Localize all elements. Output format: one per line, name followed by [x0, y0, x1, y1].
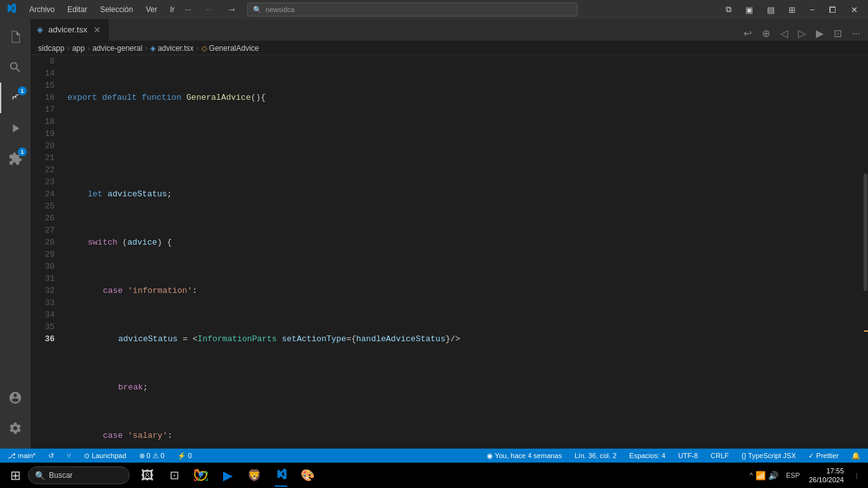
taskbar-chrome[interactable] — [188, 463, 214, 488]
lang-indicator[interactable]: ESP — [783, 471, 803, 479]
close-btn[interactable]: ✕ — [846, 4, 863, 16]
menu-ver[interactable]: Ver — [140, 4, 162, 15]
status-language[interactable]: {} TypeScript JSX — [739, 452, 798, 459]
status-sync[interactable]: ↺ — [46, 452, 57, 460]
clock-date: 26/10/2024 — [809, 475, 844, 484]
activity-source-control[interactable]: 1 — [0, 83, 31, 113]
status-errors[interactable]: ⊗ 0 ⚠ 0 — [137, 452, 167, 460]
status-branch[interactable]: ⎇ main* — [5, 452, 38, 460]
taskbar-vscode[interactable] — [268, 463, 294, 488]
menu-more[interactable]: ··· — [182, 4, 194, 15]
launchpad-label: Launchpad — [92, 452, 126, 459]
lang-text: ESP — [786, 471, 800, 479]
taskbar-wallpaper[interactable]: 🖼 — [135, 463, 160, 488]
status-eol[interactable]: CRLF — [708, 452, 731, 459]
menu-seleccion[interactable]: Selección — [95, 4, 138, 15]
minimize-btn[interactable]: − — [804, 4, 820, 16]
lightning-icon: ⚡ — [177, 452, 186, 460]
editor-more-btn[interactable]: ··· — [850, 27, 863, 41]
layout-split-btn[interactable]: ⧉ — [721, 3, 736, 16]
tab-close-btn[interactable]: ✕ — [92, 24, 102, 36]
vscode-logo — [5, 3, 17, 17]
taskbar-paint[interactable]: 🎨 — [295, 463, 320, 488]
command-palette[interactable]: 🔍 newsidca — [247, 3, 578, 17]
network-icon: 📶 — [756, 471, 766, 480]
status-git-blame[interactable]: ◉ You, hace 4 semanas — [484, 452, 564, 460]
activity-extensions[interactable]: 1 — [0, 144, 31, 174]
show-desktop-btn[interactable]: | — [850, 465, 863, 485]
editor-area: ◈ advicer.tsx ✕ ↩ ⊕ ◁ ▷ ▶ ⊡ ··· sidcapp … — [31, 19, 868, 449]
git-blame-text: You, hace 4 semanas — [495, 452, 562, 459]
prev-change-btn[interactable]: ◁ — [778, 26, 790, 41]
restore-btn[interactable]: ⧠ — [824, 4, 842, 16]
layout-panel-btn[interactable]: ▤ — [762, 4, 780, 16]
prettier-text: ✓ Prettier — [808, 452, 839, 460]
taskbar-brave[interactable]: 🦁 — [241, 463, 267, 488]
breadcrumb-sidcapp[interactable]: sidcapp — [38, 44, 64, 53]
tab-file-icon: ◈ — [37, 25, 43, 34]
line-numbers: 8 14 15 16 17 18 19 20 21 22 23 24 25 26… — [31, 55, 62, 449]
spaces-text: Espacios: 4 — [629, 452, 665, 459]
tab-advicer[interactable]: ◈ advicer.tsx ✕ — [31, 19, 109, 41]
breadcrumb-advice-general[interactable]: advice-general — [92, 44, 142, 53]
status-position[interactable]: Lín. 36, col. 2 — [572, 452, 619, 459]
layout-side-btn[interactable]: ▣ — [740, 4, 758, 16]
code-line-8: export default function GeneralAdvice(){ — [67, 92, 868, 104]
taskbar-taskview[interactable]: ⊡ — [161, 463, 187, 488]
nav-forward[interactable]: → — [224, 4, 240, 15]
nav-back[interactable]: ← — [201, 4, 217, 15]
clock-time: 17:55 — [809, 466, 844, 475]
status-lightning[interactable]: ⚡ 0 — [175, 452, 194, 460]
menu-editar[interactable]: Editar — [62, 4, 92, 15]
status-spaces[interactable]: Espacios: 4 — [627, 452, 668, 459]
code-editor[interactable]: 8 14 15 16 17 18 19 20 21 22 23 24 25 26… — [31, 55, 868, 449]
status-notifications[interactable]: 🔔 — [849, 452, 863, 460]
code-content-area[interactable]: 8 14 15 16 17 18 19 20 21 22 23 24 25 26… — [31, 55, 868, 449]
menu-ir[interactable]: Ir — [165, 4, 179, 15]
code-line-18: break; — [67, 381, 868, 393]
undo-btn[interactable]: ↩ — [741, 26, 754, 41]
activity-settings[interactable] — [0, 413, 31, 444]
fork-icon: ⑂ — [67, 452, 71, 459]
status-fork[interactable]: ⑂ — [64, 452, 74, 459]
activity-account[interactable] — [0, 383, 31, 413]
scrollbar-track[interactable] — [863, 55, 868, 449]
clock[interactable]: 17:55 26/10/2024 — [805, 466, 848, 485]
wallpaper-icon: 🖼 — [141, 468, 154, 483]
start-button[interactable]: ⊞ — [5, 465, 25, 485]
scrollbar-change-marker — [864, 330, 868, 332]
language-text: {} TypeScript JSX — [742, 452, 796, 459]
activity-bar: 1 1 — [0, 19, 31, 449]
redo-search-btn[interactable]: ⊕ — [759, 26, 773, 41]
source-code[interactable]: export default function GeneralAdvice(){… — [62, 55, 868, 449]
menu-archivo[interactable]: Archivo — [24, 4, 60, 15]
branch-name: main* — [18, 452, 36, 459]
breadcrumb-symbol[interactable]: ◇ GeneralAdvice — [201, 44, 259, 53]
extensions-badge: 1 — [18, 147, 27, 156]
split-editor-btn[interactable]: ⊡ — [831, 26, 844, 41]
activity-search[interactable] — [0, 52, 31, 83]
lightning-count: 0 — [188, 452, 192, 459]
status-right: ◉ You, hace 4 semanas Lín. 36, col. 2 Es… — [484, 452, 863, 460]
activity-bottom — [0, 383, 31, 449]
activity-explorer[interactable] — [0, 22, 31, 52]
code-line-14: let adviceStatus; — [67, 188, 868, 200]
warning-count: 0 — [161, 452, 165, 459]
code-line-16: case 'information': — [67, 285, 868, 297]
breadcrumb-app[interactable]: app — [72, 44, 85, 53]
eol-text: CRLF — [710, 452, 729, 459]
taskbar-search[interactable]: 🔍 Buscar — [28, 466, 130, 484]
taskbar-videos[interactable]: ▶ — [215, 463, 240, 488]
activity-run[interactable] — [0, 113, 31, 144]
brave-icon: 🦁 — [247, 468, 261, 482]
run-btn[interactable]: ▶ — [813, 26, 826, 41]
scrollbar-thumb[interactable] — [864, 173, 867, 292]
system-tray[interactable]: ^ 📶 🔊 — [747, 471, 781, 480]
breadcrumb-file[interactable]: ◈ advicer.tsx — [150, 44, 194, 53]
layout-more-btn[interactable]: ⊞ — [783, 4, 801, 16]
status-encoding[interactable]: UTF-8 — [675, 452, 700, 459]
status-prettier[interactable]: ✓ Prettier — [806, 452, 841, 460]
status-launchpad[interactable]: ⊙ Launchpad — [81, 452, 128, 460]
next-change-btn[interactable]: ▷ — [796, 26, 808, 41]
sync-icon: ↺ — [48, 452, 54, 460]
